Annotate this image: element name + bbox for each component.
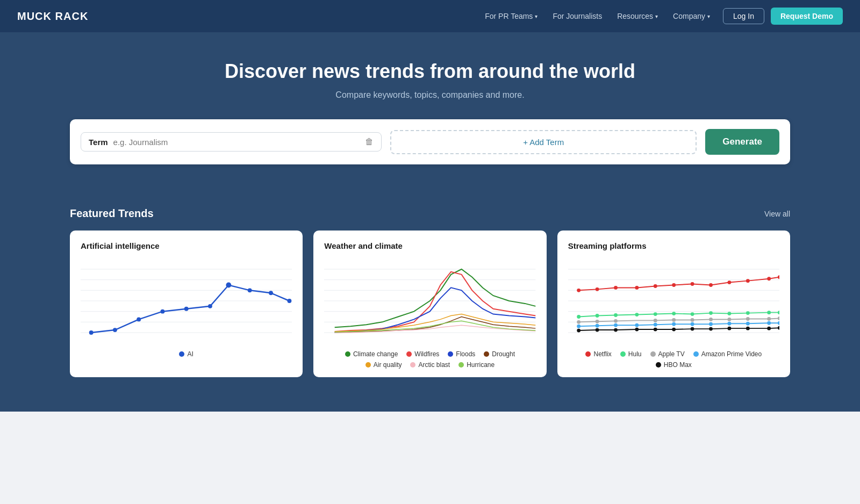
svg-point-10 [160, 309, 164, 314]
nav-journalists[interactable]: For Journalists [546, 9, 608, 24]
cards-grid: Artificial intelligence [70, 231, 790, 377]
svg-point-86 [727, 327, 731, 330]
svg-point-53 [767, 311, 771, 314]
svg-point-78 [577, 329, 580, 333]
svg-point-36 [672, 283, 676, 287]
svg-point-12 [208, 304, 212, 308]
svg-point-46 [635, 313, 639, 316]
svg-point-83 [672, 328, 676, 332]
legend-item: Drought [484, 350, 515, 358]
legend-label: Floods [456, 350, 475, 358]
trash-icon[interactable]: 🗑 [365, 137, 374, 147]
legend-weather: Climate change Wildfires Floods Drought … [324, 350, 535, 369]
nav-company[interactable]: Company ▾ [666, 9, 716, 24]
legend-dot [406, 351, 412, 357]
hero-subtitle: Compare keywords, topics, companies and … [17, 90, 843, 100]
add-term-box[interactable]: + Add Term [390, 130, 697, 154]
svg-point-68 [614, 323, 618, 327]
svg-point-31 [577, 289, 580, 292]
legend-label: AI [187, 350, 193, 358]
svg-point-42 [778, 275, 779, 279]
svg-point-79 [595, 328, 599, 332]
view-all-link[interactable]: View all [764, 210, 790, 218]
legend-item: Air quality [366, 361, 402, 369]
svg-point-69 [635, 323, 639, 327]
svg-point-85 [709, 327, 713, 331]
chevron-down-icon: ▾ [655, 13, 658, 19]
nav-resources[interactable]: Resources ▾ [611, 9, 664, 24]
svg-point-15 [269, 291, 273, 295]
svg-point-89 [778, 326, 779, 330]
legend-item: Apple TV [650, 350, 685, 358]
legend-item: Wildfires [406, 350, 439, 358]
legend-label: Wildfires [414, 350, 439, 358]
login-button[interactable]: Log In [723, 8, 764, 24]
card-streaming[interactable]: Streaming platforms [557, 231, 790, 377]
logo[interactable]: MUCK RACK [17, 10, 88, 23]
section-header: Featured Trends View all [70, 207, 790, 220]
svg-point-87 [746, 327, 750, 330]
svg-point-41 [767, 277, 771, 280]
legend-ai: AI [81, 350, 292, 358]
legend-label: Climate change [353, 350, 398, 358]
svg-point-8 [113, 328, 117, 332]
svg-point-73 [709, 322, 713, 326]
card-title: Weather and climate [324, 241, 535, 250]
svg-point-71 [672, 322, 676, 326]
svg-point-50 [709, 311, 713, 315]
svg-point-37 [690, 282, 694, 286]
svg-point-64 [767, 317, 771, 321]
legend-dot [366, 362, 371, 368]
svg-point-70 [653, 323, 657, 327]
nav-pr-teams[interactable]: For PR Teams ▾ [478, 9, 544, 24]
term-input[interactable] [113, 138, 360, 147]
legend-dot [620, 351, 626, 357]
navbar: MUCK RACK For PR Teams ▾ For Journalists… [0, 0, 860, 32]
svg-point-62 [727, 318, 731, 321]
legend-item: Floods [448, 350, 475, 358]
nav-links: For PR Teams ▾ For Journalists Resources… [478, 8, 843, 25]
legend-item: Hulu [620, 350, 642, 358]
svg-point-65 [778, 316, 779, 320]
legend-item: Amazon Prime Video [693, 350, 762, 358]
card-ai[interactable]: Artificial intelligence [70, 231, 303, 377]
svg-point-33 [614, 286, 618, 290]
svg-point-76 [767, 321, 771, 325]
svg-point-32 [595, 287, 599, 291]
legend-dot [484, 351, 489, 357]
svg-point-34 [635, 286, 639, 290]
add-term-label: + Add Term [523, 138, 564, 147]
card-weather[interactable]: Weather and climate [313, 231, 546, 377]
svg-point-44 [595, 314, 599, 318]
svg-point-67 [595, 324, 599, 328]
svg-point-13 [226, 283, 231, 288]
legend-dot [693, 351, 699, 357]
card-title: Artificial intelligence [81, 241, 292, 250]
request-demo-button[interactable]: Request Demo [771, 8, 843, 25]
svg-point-9 [137, 317, 141, 321]
legend-dot [345, 351, 350, 357]
svg-point-49 [690, 312, 694, 316]
card-title: Streaming platforms [568, 241, 779, 250]
svg-point-45 [614, 313, 618, 317]
generate-button[interactable]: Generate [705, 129, 779, 155]
legend-label: Air quality [374, 361, 402, 369]
legend-label: HBO Max [664, 361, 692, 369]
legend-dot [448, 351, 453, 357]
svg-point-56 [595, 320, 599, 323]
legend-dot [179, 351, 184, 357]
legend-item: AI [179, 350, 193, 358]
chevron-down-icon: ▾ [707, 13, 710, 19]
legend-label: Apple TV [658, 350, 685, 358]
svg-point-60 [690, 318, 694, 322]
svg-point-88 [767, 327, 771, 330]
legend-item: Climate change [345, 350, 398, 358]
svg-point-14 [248, 288, 252, 292]
svg-point-35 [653, 284, 657, 288]
legend-label: Drought [492, 350, 515, 358]
svg-point-11 [184, 307, 189, 311]
legend-dot [458, 362, 464, 368]
svg-point-47 [653, 312, 657, 316]
svg-point-51 [727, 312, 731, 315]
svg-point-16 [287, 299, 291, 303]
